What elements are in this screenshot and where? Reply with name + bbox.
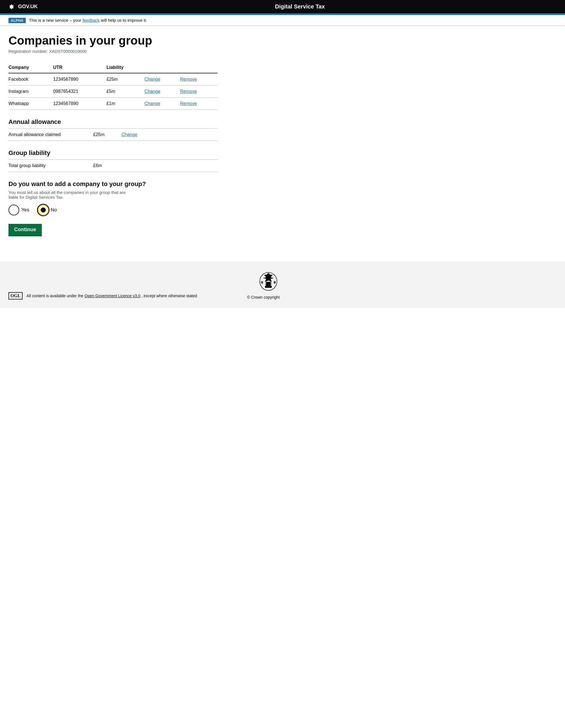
main-content: Companies in your group Registration num…: [0, 26, 565, 262]
col-actions-1: [144, 62, 180, 73]
table-row: Instagram 0987654321 £5m Change Remove: [8, 86, 217, 98]
footer-crown: © Crown copyright: [247, 270, 280, 299]
alpha-banner: ALPHA This is a new service – your feedb…: [0, 15, 565, 26]
header-title: Digital Service Tax: [43, 3, 557, 10]
radio-no-label: No: [51, 207, 57, 213]
table-row: Whatsapp 1234567890 £1m Change Remove: [8, 98, 217, 110]
group-liability-heading: Group liability: [8, 149, 217, 157]
annual-allowance-section: Annual allowance Annual allowance claime…: [8, 118, 217, 141]
gov-uk-text: GOV.UK: [18, 4, 38, 10]
company-utr: 0987654321: [53, 86, 106, 98]
crown-icon: [8, 4, 15, 10]
col-actions-2: [180, 62, 217, 73]
remove-link[interactable]: Remove: [180, 77, 197, 82]
group-liability-row: Total group liability £6m: [8, 159, 217, 172]
ogl-logo: OGL: [8, 292, 23, 299]
group-liability-label: Total group liability: [8, 163, 88, 168]
company-remove-cell: Remove: [180, 73, 217, 86]
footer-licence: OGL All content is available under the O…: [8, 292, 197, 299]
crown-crest-icon: [257, 270, 280, 293]
company-liability: £25m: [106, 73, 144, 86]
companies-table: Company UTR Liability Facebook 123456789…: [8, 62, 217, 110]
company-remove-cell: Remove: [180, 98, 217, 110]
change-link[interactable]: Change: [144, 101, 160, 106]
add-company-heading: Do you want to add a company to your gro…: [8, 180, 217, 188]
svg-point-0: [11, 6, 12, 7]
company-name: Instagram: [8, 86, 53, 98]
page-title: Companies in your group: [8, 34, 217, 47]
footer-licence-text: All content is available under the Open …: [27, 294, 197, 298]
crown-copyright-text: © Crown copyright: [247, 295, 280, 299]
site-footer: OGL All content is available under the O…: [0, 262, 565, 308]
col-company: Company: [8, 62, 53, 73]
group-liability-section: Group liability Total group liability £6…: [8, 149, 217, 172]
radio-yes-option[interactable]: Yes: [8, 205, 29, 215]
ogl-link[interactable]: Open Government Licence v3.0: [84, 294, 140, 298]
remove-link[interactable]: Remove: [180, 101, 197, 106]
site-header: GOV.UK Digital Service Tax: [0, 0, 565, 15]
company-change-cell: Change: [144, 86, 180, 98]
annual-allowance-change-link[interactable]: Change: [121, 132, 137, 137]
company-change-cell: Change: [144, 73, 180, 86]
radio-no[interactable]: [38, 205, 49, 215]
svg-point-5: [267, 278, 269, 280]
alpha-text-after: will help us to improve it.: [101, 18, 147, 23]
radio-no-option[interactable]: No: [38, 205, 57, 215]
col-utr: UTR: [53, 62, 106, 73]
remove-link[interactable]: Remove: [180, 89, 197, 94]
company-utr: 1234567890: [53, 73, 106, 86]
radio-yes[interactable]: [8, 205, 19, 215]
company-change-cell: Change: [144, 98, 180, 110]
feedback-link[interactable]: feedback: [82, 18, 100, 23]
change-link[interactable]: Change: [144, 89, 160, 94]
annual-allowance-label: Annual allowance claimed: [8, 132, 88, 137]
annual-allowance-value: £25m: [93, 132, 116, 137]
gov-uk-logo[interactable]: GOV.UK: [8, 4, 38, 10]
radio-group: Yes No: [8, 205, 217, 215]
continue-button[interactable]: Continue: [8, 224, 42, 236]
company-utr: 1234567890: [53, 98, 106, 110]
registration-number: Registration number: XADST0000010000: [8, 49, 217, 54]
table-row: Facebook 1234567890 £25m Change Remove: [8, 73, 217, 86]
company-name: Facebook: [8, 73, 53, 86]
company-liability: £1m: [106, 98, 144, 110]
annual-allowance-row: Annual allowance claimed £25m Change: [8, 128, 217, 141]
add-company-section: Do you want to add a company to your gro…: [8, 180, 217, 236]
alpha-tag: ALPHA: [8, 18, 26, 23]
alpha-text: This is a new service – your: [29, 18, 82, 23]
change-link[interactable]: Change: [144, 77, 160, 82]
group-liability-value: £6m: [93, 163, 116, 168]
radio-yes-label: Yes: [21, 207, 29, 213]
company-name: Whatsapp: [8, 98, 53, 110]
company-liability: £5m: [106, 86, 144, 98]
annual-allowance-heading: Annual allowance: [8, 118, 217, 126]
col-liability: Liability: [106, 62, 144, 73]
add-company-hint: You must tell us about all the companies…: [8, 190, 127, 200]
company-remove-cell: Remove: [180, 86, 217, 98]
